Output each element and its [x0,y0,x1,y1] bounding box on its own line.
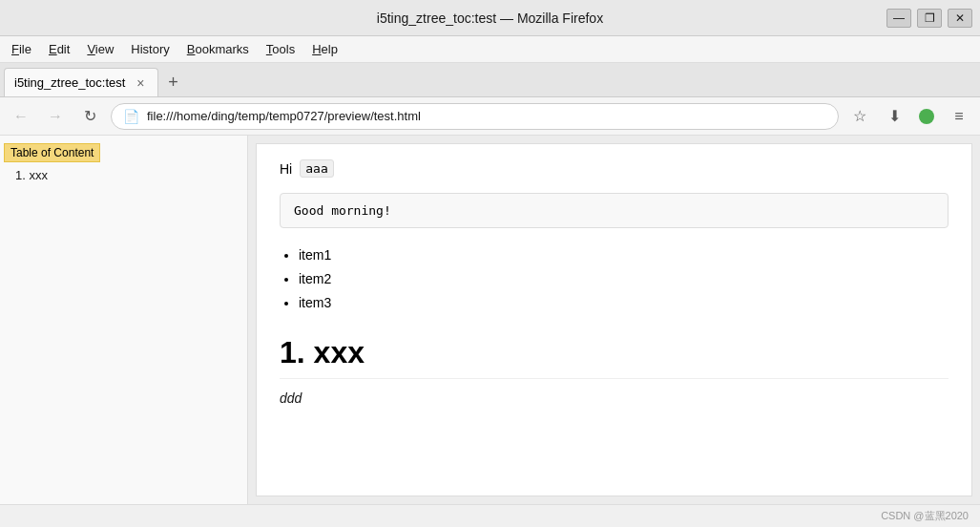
toolbar-icons: ⬇ ≡ [881,103,972,130]
menu-history[interactable]: History [123,40,177,58]
main-area: Table of Content 1. xxx Hi aaa Good morn… [0,136,980,504]
reload-button[interactable]: ↻ [76,103,103,130]
window-title: i5ting_ztree_toc:test — Mozilla Firefox [377,11,603,26]
content-area: Hi aaa Good morning! item1 item2 item3 1… [256,143,972,496]
window-controls: — ❐ ✕ [886,9,972,28]
menu-file[interactable]: File [4,40,39,58]
menu-button[interactable]: ≡ [946,103,972,130]
inline-code-aaa: aaa [300,159,333,178]
titlebar: i5ting_ztree_toc:test — Mozilla Firefox … [0,0,980,36]
green-status-dot [913,103,940,130]
code-block: Good morning! [280,193,949,228]
sidebar-toc: Table of Content 1. xxx [0,136,248,504]
bookmark-star-button[interactable]: ☆ [846,103,873,130]
minimize-button[interactable]: — [886,9,911,28]
tabbar: i5ting_ztree_toc:test × + [0,63,980,97]
toc-header: Table of Content [4,143,100,162]
footer: CSDN @蓝黑2020 [0,504,980,527]
list-item-2: item2 [299,267,949,291]
list-item-3: item3 [299,291,949,315]
pocket-button[interactable]: ⬇ [881,103,907,130]
menu-tools[interactable]: Tools [259,40,302,58]
list-item-1: item1 [299,243,949,267]
forward-button[interactable]: → [42,103,69,130]
menubar: File Edit View History Bookmarks Tools H… [0,36,980,63]
url-page-icon: 📄 [123,109,139,124]
section-heading: 1. xxx [280,335,949,379]
tab-label: i5ting_ztree_toc:test [14,75,125,90]
watermark-text: CSDN @蓝黑2020 [881,509,969,523]
url-text: file:///home/ding/temp/temp0727/preview/… [147,109,826,123]
paragraph-ddd: ddd [280,390,949,406]
menu-bookmarks[interactable]: Bookmarks [179,40,257,58]
close-button[interactable]: ✕ [948,9,972,28]
toc-item-1[interactable]: 1. xxx [4,166,243,184]
menu-view[interactable]: View [79,40,121,58]
tab-close-button[interactable]: × [133,75,148,91]
active-tab[interactable]: i5ting_ztree_toc:test × [4,68,158,96]
hi-line: Hi aaa [280,159,949,178]
menu-help[interactable]: Help [304,40,345,58]
addressbar: ← → ↻ 📄 file:///home/ding/temp/temp0727/… [0,97,980,136]
new-tab-button[interactable]: + [158,68,188,96]
restore-button[interactable]: ❐ [917,9,942,28]
bullet-list: item1 item2 item3 [299,243,949,316]
menu-edit[interactable]: Edit [41,40,77,58]
back-button[interactable]: ← [8,103,34,130]
url-bar[interactable]: 📄 file:///home/ding/temp/temp0727/previe… [111,103,839,130]
hi-text: Hi [280,161,292,177]
